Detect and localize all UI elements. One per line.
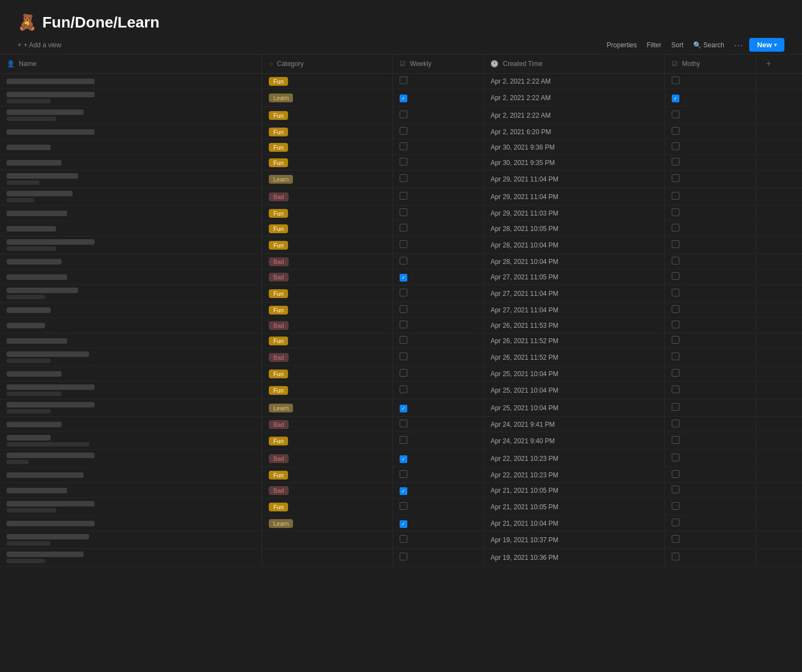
weekly-checkbox[interactable]	[400, 385, 407, 393]
weekly-checkbox[interactable]	[400, 369, 407, 377]
mothy-cell[interactable]	[665, 188, 756, 206]
category-cell[interactable]: Bad	[262, 188, 393, 206]
mothy-cell[interactable]	[665, 382, 756, 399]
weekly-cell[interactable]	[393, 382, 484, 399]
mothy-checkbox[interactable]	[672, 76, 679, 84]
weekly-cell[interactable]	[393, 432, 484, 450]
mothy-cell[interactable]	[665, 221, 756, 236]
weekly-checkbox[interactable]	[400, 208, 407, 216]
name-cell[interactable]	[0, 285, 262, 302]
mothy-checkbox[interactable]	[672, 369, 679, 377]
mothy-cell[interactable]	[665, 531, 756, 549]
name-cell[interactable]	[0, 170, 262, 188]
mothy-checkbox[interactable]	[672, 403, 679, 411]
weekly-checkbox[interactable]	[400, 405, 407, 412]
name-cell[interactable]	[0, 498, 262, 516]
weekly-cell[interactable]	[393, 450, 484, 467]
mothy-checkbox[interactable]	[672, 192, 679, 200]
category-cell[interactable]: Fun	[262, 382, 393, 399]
weekly-cell[interactable]	[393, 285, 484, 302]
name-cell[interactable]	[0, 432, 262, 450]
mothy-cell[interactable]	[665, 206, 756, 221]
weekly-checkbox[interactable]	[400, 257, 407, 265]
name-cell[interactable]	[0, 366, 262, 382]
mothy-cell[interactable]	[665, 498, 756, 516]
name-cell[interactable]	[0, 318, 262, 333]
add-column-button[interactable]: +	[762, 58, 774, 70]
category-cell[interactable]: Bad	[262, 318, 393, 333]
weekly-checkbox[interactable]	[400, 158, 407, 166]
category-cell[interactable]: Fun	[262, 74, 393, 89]
weekly-cell[interactable]	[393, 467, 484, 483]
name-cell[interactable]	[0, 74, 262, 89]
weekly-cell[interactable]	[393, 417, 484, 432]
category-cell[interactable]: Bad	[262, 483, 393, 498]
name-cell[interactable]	[0, 269, 262, 285]
weekly-checkbox[interactable]	[400, 502, 407, 510]
weekly-checkbox[interactable]	[400, 321, 407, 328]
category-cell[interactable]	[262, 549, 393, 566]
mothy-checkbox[interactable]	[672, 535, 679, 543]
mothy-checkbox[interactable]	[672, 470, 679, 478]
mothy-cell[interactable]	[665, 467, 756, 483]
sort-button[interactable]: Sort	[667, 39, 688, 51]
category-cell[interactable]: Bad	[262, 254, 393, 269]
mothy-checkbox[interactable]	[672, 502, 679, 510]
weekly-checkbox[interactable]	[400, 336, 407, 344]
category-cell[interactable]: Bad	[262, 349, 393, 366]
mothy-cell[interactable]	[665, 254, 756, 269]
weekly-checkbox[interactable]	[400, 289, 407, 296]
weekly-cell[interactable]	[393, 366, 484, 382]
name-cell[interactable]	[0, 140, 262, 155]
category-cell[interactable]: Learn	[262, 399, 393, 417]
name-cell[interactable]	[0, 89, 262, 107]
weekly-cell[interactable]	[393, 107, 484, 124]
category-cell[interactable]: Fun	[262, 302, 393, 318]
mothy-cell[interactable]	[665, 483, 756, 498]
category-cell[interactable]: Fun	[262, 467, 393, 483]
name-cell[interactable]	[0, 417, 262, 432]
weekly-checkbox[interactable]	[400, 127, 407, 135]
mothy-checkbox[interactable]	[672, 305, 679, 313]
mothy-checkbox[interactable]	[672, 224, 679, 232]
name-cell[interactable]	[0, 531, 262, 549]
category-cell[interactable]: Learn	[262, 170, 393, 188]
name-cell[interactable]	[0, 155, 262, 170]
name-cell[interactable]	[0, 124, 262, 140]
category-cell[interactable]: Fun	[262, 124, 393, 140]
weekly-cell[interactable]	[393, 516, 484, 531]
category-cell[interactable]: Fun	[262, 498, 393, 516]
mothy-cell[interactable]	[665, 432, 756, 450]
weekly-checkbox[interactable]	[400, 535, 407, 543]
mothy-checkbox[interactable]	[672, 174, 679, 182]
weekly-cell[interactable]	[393, 269, 484, 285]
category-cell[interactable]: Fun	[262, 107, 393, 124]
mothy-cell[interactable]	[665, 170, 756, 188]
category-cell[interactable]: Fun	[262, 432, 393, 450]
weekly-checkbox[interactable]	[400, 553, 407, 560]
mothy-checkbox[interactable]	[672, 336, 679, 344]
mothy-checkbox[interactable]	[672, 289, 679, 296]
name-cell[interactable]	[0, 483, 262, 498]
weekly-cell[interactable]	[393, 349, 484, 366]
category-cell[interactable]	[262, 531, 393, 549]
category-cell[interactable]: Bad	[262, 417, 393, 432]
name-cell[interactable]	[0, 188, 262, 206]
category-cell[interactable]: Learn	[262, 89, 393, 107]
name-cell[interactable]	[0, 399, 262, 417]
mothy-cell[interactable]	[665, 74, 756, 89]
mothy-cell[interactable]	[665, 399, 756, 417]
weekly-cell[interactable]	[393, 140, 484, 155]
mothy-cell[interactable]	[665, 450, 756, 467]
weekly-cell[interactable]	[393, 399, 484, 417]
mothy-checkbox[interactable]	[672, 111, 679, 118]
weekly-checkbox[interactable]	[400, 240, 407, 248]
mothy-cell[interactable]	[665, 107, 756, 124]
new-button[interactable]: New ▾	[749, 38, 784, 52]
category-cell[interactable]: Fun	[262, 140, 393, 155]
weekly-cell[interactable]	[393, 531, 484, 549]
mothy-checkbox[interactable]	[672, 486, 679, 493]
name-cell[interactable]	[0, 450, 262, 467]
mothy-checkbox[interactable]	[672, 158, 679, 166]
name-cell[interactable]	[0, 221, 262, 236]
